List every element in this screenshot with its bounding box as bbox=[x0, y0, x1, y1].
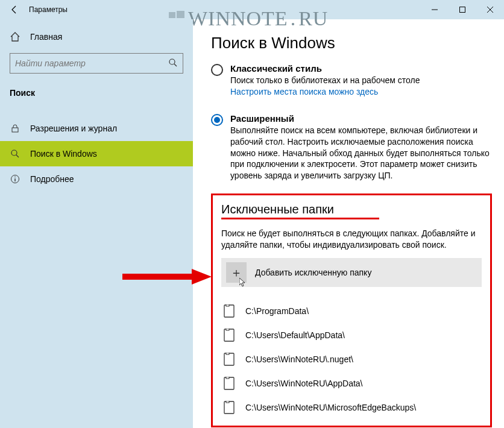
svg-rect-22 bbox=[224, 377, 234, 389]
customize-link[interactable]: Настроить места поиска можно здесь bbox=[230, 87, 378, 96]
radio-advanced[interactable]: Расширенный Выполняйте поиск на всем ком… bbox=[211, 113, 492, 181]
radio-icon bbox=[211, 64, 223, 76]
svg-rect-19 bbox=[226, 329, 229, 330]
folder-item[interactable]: C:\Users\Default\AppData\ bbox=[221, 323, 482, 347]
excluded-desc: Поиск не будет выполняться в следующих п… bbox=[221, 228, 482, 251]
window-controls bbox=[421, 0, 504, 19]
sidebar-section-label: Поиск bbox=[0, 83, 193, 105]
search-input[interactable] bbox=[15, 58, 168, 68]
search-icon bbox=[10, 148, 20, 159]
nav-item-windows-search[interactable]: Поиск в Windows bbox=[0, 141, 193, 166]
cursor-icon bbox=[239, 278, 249, 288]
svg-rect-21 bbox=[226, 353, 229, 354]
nav-label: Подробнее bbox=[30, 174, 74, 184]
svg-line-12 bbox=[16, 155, 19, 157]
sidebar: Главная Поиск Разрешения и журнал Поиск … bbox=[0, 19, 193, 428]
radio-classic-label: Классический стиль bbox=[230, 63, 492, 74]
plus-icon: ＋ bbox=[226, 262, 247, 283]
svg-rect-10 bbox=[12, 128, 18, 132]
back-button[interactable] bbox=[0, 0, 29, 19]
heading-underline bbox=[221, 218, 379, 219]
folder-icon bbox=[224, 377, 235, 390]
lock-icon bbox=[10, 123, 20, 134]
svg-rect-1 bbox=[460, 7, 465, 13]
add-excluded-folder-button[interactable]: ＋ Добавить исключенную папку bbox=[221, 258, 482, 287]
folder-path: C:\Users\WinNoteRU\AppData\ bbox=[245, 379, 363, 388]
svg-point-15 bbox=[14, 177, 16, 178]
svg-point-8 bbox=[169, 59, 175, 65]
minimize-button[interactable] bbox=[421, 0, 449, 19]
main-content: Поиск в Windows Классический стиль Поиск… bbox=[193, 19, 504, 428]
radio-classic[interactable]: Классический стиль Поиск только в библио… bbox=[211, 63, 492, 98]
folder-icon bbox=[224, 401, 235, 414]
svg-rect-18 bbox=[224, 329, 234, 341]
info-icon bbox=[10, 174, 20, 184]
svg-rect-17 bbox=[226, 304, 229, 306]
svg-rect-16 bbox=[224, 305, 234, 317]
svg-point-11 bbox=[11, 150, 17, 156]
folder-icon bbox=[224, 304, 235, 318]
radio-classic-desc: Поиск только в библиотеках и на рабочем … bbox=[230, 75, 492, 98]
svg-rect-24 bbox=[224, 401, 234, 414]
nav-item-more[interactable]: Подробнее bbox=[0, 166, 193, 192]
nav-list: Разрешения и журнал Поиск в Windows Подр… bbox=[0, 116, 193, 192]
folder-path: C:\Users\Default\AppData\ bbox=[245, 330, 345, 340]
excluded-heading: Исключенные папки bbox=[221, 203, 482, 216]
add-folder-label: Добавить исключенную папку bbox=[255, 268, 371, 277]
window-title: Параметры bbox=[29, 5, 68, 14]
close-button[interactable] bbox=[476, 0, 504, 19]
folder-path: C:\Users\WinNoteRU\.nuget\ bbox=[245, 354, 353, 364]
folder-list: C:\ProgramData\C:\Users\Default\AppData\… bbox=[221, 299, 482, 420]
arrow-left-icon bbox=[10, 5, 19, 14]
home-icon bbox=[10, 31, 20, 42]
home-label: Главная bbox=[30, 32, 62, 42]
page-title: Поиск в Windows bbox=[211, 34, 492, 52]
folder-item[interactable]: C:\ProgramData\ bbox=[221, 299, 482, 323]
svg-rect-20 bbox=[224, 353, 234, 365]
search-icon bbox=[168, 58, 178, 69]
svg-rect-23 bbox=[226, 377, 229, 379]
folder-icon bbox=[224, 353, 235, 366]
folder-item[interactable]: C:\Users\WinNoteRU\MicrosoftEdgeBackups\ bbox=[221, 395, 482, 420]
titlebar: Параметры bbox=[0, 0, 504, 19]
folder-path: C:\ProgramData\ bbox=[245, 306, 309, 316]
search-box[interactable] bbox=[10, 53, 183, 74]
radio-advanced-desc: Выполняйте поиск на всем компьютере, вкл… bbox=[230, 125, 492, 181]
svg-line-9 bbox=[174, 64, 177, 66]
svg-rect-25 bbox=[226, 401, 229, 403]
nav-label: Поиск в Windows bbox=[30, 149, 97, 159]
home-button[interactable]: Главная bbox=[0, 27, 193, 47]
radio-icon-checked bbox=[211, 114, 223, 126]
folder-icon bbox=[224, 329, 235, 342]
folder-path: C:\Users\WinNoteRU\MicrosoftEdgeBackups\ bbox=[245, 403, 416, 412]
folder-item[interactable]: C:\Users\WinNoteRU\.nuget\ bbox=[221, 347, 482, 371]
radio-advanced-label: Расширенный bbox=[230, 113, 492, 124]
nav-label: Разрешения и журнал bbox=[30, 124, 117, 133]
maximize-button[interactable] bbox=[449, 0, 476, 19]
excluded-folders-section: Исключенные папки Поиск не будет выполня… bbox=[211, 194, 492, 427]
nav-item-permissions[interactable]: Разрешения и журнал bbox=[0, 116, 193, 141]
folder-item[interactable]: C:\Users\WinNoteRU\AppData\ bbox=[221, 371, 482, 395]
